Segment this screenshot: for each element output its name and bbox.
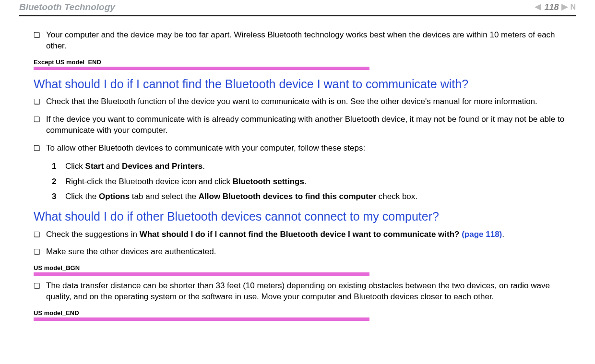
step-text: Click the Options tab and select the All…: [65, 191, 566, 202]
bullet-text: Your computer and the device may be too …: [46, 30, 566, 52]
bullet-item: ❏ Make sure the other devices are authen…: [34, 247, 566, 258]
model-tag-label: US model_END: [34, 309, 566, 317]
page-content: ❏ Your computer and the device may be to…: [19, 30, 576, 321]
bullet-icon: ❏: [34, 247, 46, 257]
section-heading: What should I do if other Bluetooth devi…: [34, 209, 566, 224]
magenta-separator-bar: [34, 317, 369, 321]
step-row: 3 Click the Options tab and select the A…: [52, 191, 566, 202]
step-text: Click Start and Devices and Printers.: [65, 161, 566, 172]
nav-n-glyph: N: [570, 3, 576, 12]
page-number: 118: [544, 2, 559, 12]
bullet-icon: ❏: [34, 281, 46, 291]
bullet-icon: ❏: [34, 114, 46, 124]
step-row: 2 Right-click the Bluetooth device icon …: [52, 176, 566, 188]
step-text: Right-click the Bluetooth device icon an…: [65, 176, 566, 188]
bullet-item: ❏ The data transfer distance can be shor…: [34, 281, 566, 303]
bullet-icon: ❏: [34, 30, 46, 40]
bullet-text: Make sure the other devices are authenti…: [46, 247, 566, 258]
bullet-text: To allow other Bluetooth devices to comm…: [46, 143, 566, 154]
model-tag-label: US model_BGN: [34, 264, 566, 271]
magenta-separator-bar: [34, 67, 369, 70]
bullet-text: If the device you want to communicate wi…: [46, 114, 566, 136]
bullet-text: The data transfer distance can be shorte…: [46, 281, 566, 303]
step-number: 3: [52, 191, 65, 202]
bullet-item: ❏ Your computer and the device may be to…: [34, 30, 566, 52]
bullet-item: ❏ If the device you want to communicate …: [34, 114, 566, 136]
model-tag-us-bgn: US model_BGN: [34, 264, 566, 276]
model-tag-label: Except US model_END: [34, 59, 566, 66]
model-tag-except-us-end: Except US model_END: [34, 59, 566, 70]
page-header: Bluetooth Technology 118 N: [19, 0, 576, 16]
bullet-text: Check that the Bluetooth function of the…: [46, 96, 566, 107]
header-nav: 118 N: [535, 2, 576, 12]
bullet-icon: ❏: [34, 143, 46, 153]
step-row: 1 Click Start and Devices and Printers.: [52, 161, 566, 172]
step-number: 2: [52, 176, 65, 188]
section-heading: What should I do if I cannot find the Bl…: [34, 77, 566, 92]
step-number: 1: [52, 161, 65, 172]
cross-reference-link[interactable]: (page 118): [462, 230, 502, 239]
bullet-item: ❏ To allow other Bluetooth devices to co…: [34, 143, 566, 154]
bullet-item: ❏ Check the suggestions in What should I…: [34, 229, 566, 240]
numbered-steps: 1 Click Start and Devices and Printers. …: [52, 161, 566, 202]
prev-page-arrow-icon[interactable]: [535, 4, 541, 11]
header-title: Bluetooth Technology: [19, 2, 115, 12]
next-page-arrow-icon[interactable]: [561, 4, 568, 11]
bullet-icon: ❏: [34, 96, 46, 106]
magenta-separator-bar: [34, 272, 369, 276]
bullet-icon: ❏: [34, 229, 46, 239]
bullet-text: Check the suggestions in What should I d…: [46, 229, 566, 240]
bullet-item: ❏ Check that the Bluetooth function of t…: [34, 96, 566, 107]
model-tag-us-end: US model_END: [34, 309, 566, 321]
